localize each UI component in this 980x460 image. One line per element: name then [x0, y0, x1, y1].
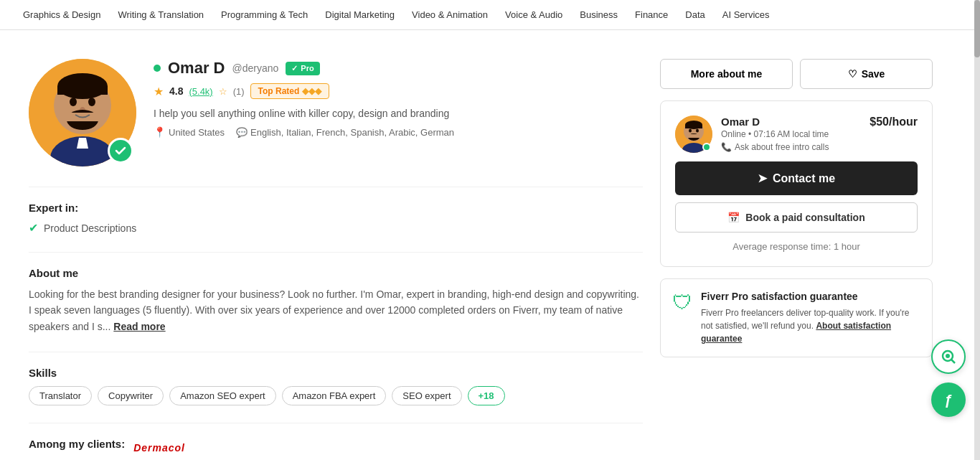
- nav-item-graphics-design[interactable]: Graphics & Design: [14, 0, 109, 30]
- skill-tag[interactable]: Translator: [29, 386, 92, 405]
- divider-3: [29, 352, 643, 352]
- online-indicator: [154, 65, 161, 72]
- send-icon: ➤: [758, 172, 767, 185]
- calendar-icon: 📅: [727, 212, 740, 223]
- skills-row: TranslatorCopywriterAmazon SEO expertAma…: [29, 386, 643, 405]
- diamond-icons: ◆◆◆: [302, 86, 321, 96]
- nav-item-digital-marketing[interactable]: Digital Marketing: [316, 0, 403, 30]
- languages-item: 💬 English, Italian, French, Spanish, Ara…: [236, 127, 454, 138]
- pro-label: Pro: [301, 64, 314, 72]
- location-row: 📍 United States 💬 English, Italian, Fren…: [154, 126, 643, 138]
- contact-card: Omar D Online • 07:16 AM local time 📞 As…: [660, 100, 933, 267]
- nav-item-writing-translation[interactable]: Writing & Translation: [109, 0, 212, 30]
- skill-tag[interactable]: SEO expert: [392, 386, 461, 405]
- divider-1: [29, 187, 643, 187]
- top-rated-badge: Top Rated ◆◆◆: [250, 83, 330, 99]
- divider-2: [29, 252, 643, 253]
- read-more-link[interactable]: Read more: [113, 321, 165, 332]
- top-nav: Graphics & DesignWriting & TranslationPr…: [0, 0, 980, 30]
- float-fiverr-icon[interactable]: ƒ: [931, 382, 966, 417]
- clients-row: Among my clients: Dermacol: [29, 438, 643, 457]
- avatar-wrap: [29, 59, 136, 166]
- chat-icon: 💬: [236, 127, 248, 138]
- profile-header: Omar D @deryano ✓ Pro ★ 4.8 (5.4k) ☆ (1)…: [29, 59, 643, 166]
- card-header: Omar D Online • 07:16 AM local time 📞 As…: [675, 116, 918, 153]
- nav-item-video-animation[interactable]: Video & Animation: [403, 0, 496, 30]
- client-name: Dermacol: [133, 442, 185, 454]
- card-avatar-wrap: [675, 116, 712, 153]
- clients-section: Among my clients: Dermacol: [29, 438, 643, 457]
- nav-item-data[interactable]: Data: [677, 0, 713, 30]
- float-search-icon[interactable]: [931, 339, 966, 374]
- fiverr-logo: ƒ: [944, 392, 952, 408]
- profile-handle: @deryano: [232, 62, 278, 74]
- nav-item-programming-tech[interactable]: Programming & Tech: [212, 0, 316, 30]
- svg-line-22: [951, 360, 955, 363]
- divider-4: [29, 423, 643, 423]
- location-pin-icon: 📍: [154, 126, 166, 138]
- svg-point-4: [70, 98, 77, 106]
- save-button[interactable]: ♡ Save: [800, 59, 933, 89]
- profile-name: Omar D: [168, 59, 225, 78]
- location-text: United States: [169, 127, 225, 138]
- heart-icon: ♡: [848, 68, 857, 80]
- card-online-dot: [702, 143, 711, 151]
- clients-title: Among my clients:: [29, 438, 125, 450]
- nav-item-ai-services[interactable]: AI Services: [714, 0, 778, 30]
- svg-point-15: [689, 129, 692, 133]
- svg-rect-14: [685, 125, 702, 128]
- nav-item-business[interactable]: Business: [571, 0, 626, 30]
- rating-row: ★ 4.8 (5.4k) ☆ (1) Top Rated ◆◆◆: [154, 83, 643, 99]
- guarantee-content: Fiverr Pro satisfaction guarantee Fiverr…: [701, 291, 920, 345]
- tagline: I help you sell anything online with kil…: [154, 108, 643, 119]
- about-section: About me Looking for the best branding d…: [29, 267, 643, 334]
- more-about-me-button[interactable]: More about me: [660, 59, 793, 89]
- pro-check-icon: ✓: [291, 64, 298, 73]
- star-icon: ★: [154, 85, 164, 98]
- svg-rect-3: [57, 86, 108, 95]
- skills-more-button[interactable]: +18: [468, 386, 505, 405]
- name-row: Omar D @deryano ✓ Pro: [154, 59, 643, 78]
- skill-tag[interactable]: Amazon FBA expert: [282, 386, 387, 405]
- client-logo: Dermacol: [133, 442, 185, 454]
- skills-section: Skills TranslatorCopywriterAmazon SEO ex…: [29, 367, 643, 405]
- card-price: $50/hour: [870, 116, 918, 128]
- svg-point-16: [696, 129, 699, 133]
- nav-item-finance[interactable]: Finance: [626, 0, 677, 30]
- card-intro: 📞 Ask about free intro calls: [721, 142, 870, 152]
- rating-count[interactable]: (5.4k): [189, 86, 212, 97]
- about-title: About me: [29, 267, 643, 279]
- svg-point-5: [88, 98, 95, 106]
- left-column: Omar D @deryano ✓ Pro ★ 4.8 (5.4k) ☆ (1)…: [29, 59, 643, 460]
- skill-tag[interactable]: Amazon SEO expert: [169, 386, 276, 405]
- main-container: Omar D @deryano ✓ Pro ★ 4.8 (5.4k) ☆ (1)…: [0, 30, 961, 460]
- profile-info: Omar D @deryano ✓ Pro ★ 4.8 (5.4k) ☆ (1)…: [154, 59, 643, 166]
- skill-tag[interactable]: Copywriter: [98, 386, 164, 405]
- avg-response: Average response time: 1 hour: [675, 241, 918, 252]
- expert-item: ✔ Product Descriptions: [29, 221, 643, 235]
- languages-text: English, Italian, French, Spanish, Arabi…: [250, 127, 454, 138]
- skills-title: Skills: [29, 367, 643, 379]
- contact-button[interactable]: ➤ Contact me: [675, 161, 918, 195]
- phone-icon: 📞: [721, 142, 732, 152]
- guarantee-text: Fiverr Pro freelancers deliver top-quali…: [701, 306, 920, 345]
- card-info: Omar D Online • 07:16 AM local time 📞 As…: [712, 116, 870, 152]
- right-column: More about me ♡ Save: [660, 59, 933, 460]
- action-buttons: More about me ♡ Save: [660, 59, 933, 89]
- nav-item-voice-audio[interactable]: Voice & Audio: [496, 0, 571, 30]
- expert-title: Expert in:: [29, 202, 643, 214]
- shield-icon: 🛡: [672, 291, 692, 345]
- svg-rect-18: [688, 134, 699, 138]
- scrollbar-thumb[interactable]: [974, 0, 980, 57]
- scrollbar[interactable]: [974, 0, 980, 460]
- about-text: Looking for the best branding designer f…: [29, 286, 643, 334]
- rating-score: 4.8: [169, 85, 183, 97]
- svg-point-21: [946, 354, 950, 358]
- consult-button[interactable]: 📅 Book a paid consultation: [675, 202, 918, 233]
- card-name: Omar D: [721, 116, 870, 128]
- level-icon: ☆: [219, 86, 227, 97]
- expert-section: Expert in: ✔ Product Descriptions: [29, 202, 643, 235]
- guarantee-card: 🛡 Fiverr Pro satisfaction guarantee Five…: [660, 278, 933, 357]
- expert-check-icon: ✔: [29, 221, 38, 235]
- review-count: (1): [233, 86, 245, 97]
